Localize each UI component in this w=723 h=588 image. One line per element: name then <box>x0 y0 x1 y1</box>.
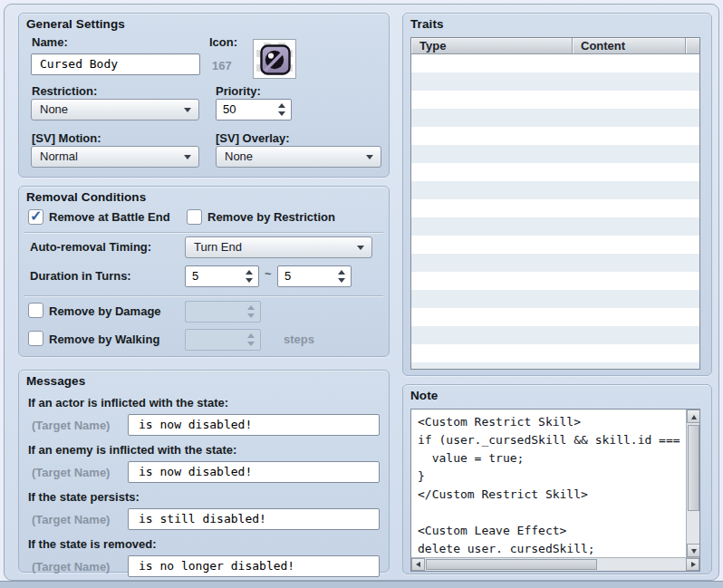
traits-empty-row[interactable] <box>411 127 699 145</box>
duration-min-value: 5 <box>192 269 198 283</box>
target-name-placeholder: (Target Name) <box>32 560 128 574</box>
message-input[interactable]: is still disabled! <box>128 508 380 530</box>
traits-empty-row[interactable] <box>411 145 699 163</box>
remove-at-battle-end-label: Remove at Battle End <box>49 210 170 224</box>
checkmark-icon: ✓ <box>30 207 42 225</box>
sv-motion-dropdown[interactable]: Normal <box>31 146 199 168</box>
message-row: (Target Name) is now disabled! <box>32 461 389 483</box>
traits-empty-row[interactable] <box>411 72 699 91</box>
spinner-buttons[interactable] <box>335 266 348 286</box>
spinner-buttons[interactable] <box>243 266 255 286</box>
chevron-down-icon <box>357 246 364 250</box>
spin-down-icon[interactable] <box>278 111 285 116</box>
traits-empty-row[interactable] <box>411 254 699 272</box>
remove-at-battle-end-checkbox[interactable]: ✓ <box>28 209 43 225</box>
traits-empty-row[interactable] <box>411 109 699 127</box>
message-input[interactable]: is now disabled! <box>128 461 380 483</box>
traits-title: Traits <box>410 17 444 31</box>
priority-spinner[interactable]: 50 <box>216 99 292 120</box>
vertical-scrollbar[interactable] <box>686 410 699 557</box>
auto-removal-timing-dropdown[interactable]: Turn End <box>185 236 372 258</box>
damage-chance-spinner <box>185 301 261 323</box>
messages-title: Messages <box>26 374 85 388</box>
name-input[interactable]: Cursed Body <box>31 53 200 75</box>
spinner-buttons[interactable] <box>275 100 288 120</box>
separator <box>24 232 383 233</box>
spin-up-icon[interactable] <box>278 103 285 108</box>
sv-overlay-label: [SV] Overlay: <box>216 131 290 145</box>
state-icon-button[interactable] <box>253 39 296 79</box>
traits-table[interactable]: Type Content <box>410 37 700 370</box>
horizontal-scroll-thumb[interactable] <box>426 559 597 570</box>
arrow-left-icon <box>416 562 420 567</box>
scroll-left-button[interactable] <box>411 558 425 571</box>
message-input[interactable]: is no longer disabled! <box>128 555 380 577</box>
note-textarea[interactable]: <Custom Restrict Skill> if (user._cursed… <box>410 409 700 572</box>
traits-empty-row[interactable] <box>411 91 699 109</box>
vertical-scroll-thumb[interactable] <box>688 425 699 511</box>
note-title: Note <box>410 389 438 402</box>
remove-by-damage-label: Remove by Damage <box>49 304 161 318</box>
traits-empty-row[interactable] <box>411 217 699 236</box>
message-block: If an enemy is inflicted with the state:… <box>19 443 389 483</box>
note-text[interactable]: <Custom Restrict Skill> if (user._cursed… <box>412 410 685 554</box>
remove-by-restriction-label: Remove by Restriction <box>207 210 335 224</box>
remove-by-damage-checkbox[interactable]: ✓ <box>28 303 43 318</box>
traits-empty-row[interactable] <box>411 326 699 344</box>
traits-empty-row[interactable] <box>411 272 699 290</box>
duration-tilde: ~ <box>265 267 272 281</box>
chevron-down-icon <box>184 108 191 112</box>
restriction-dropdown[interactable]: None <box>31 99 199 120</box>
traits-column-content[interactable]: Content <box>573 38 686 53</box>
scroll-down-button[interactable] <box>687 544 700 557</box>
spin-up-icon <box>247 333 255 338</box>
remove-by-walking-checkbox[interactable]: ✓ <box>28 331 43 346</box>
general-settings-title: General Settings <box>26 17 125 31</box>
message-input[interactable]: is now disabled! <box>128 414 380 436</box>
traits-column-type[interactable]: Type <box>411 38 573 53</box>
traits-empty-row[interactable] <box>411 163 699 181</box>
spin-up-icon[interactable] <box>338 270 345 275</box>
message-block: If the state is removed: (Target Name) i… <box>19 537 389 577</box>
duration-max-spinner[interactable]: 5 <box>277 265 352 287</box>
traits-empty-row[interactable] <box>411 344 699 362</box>
message-caption: If an actor is inflicted with the state: <box>28 396 389 410</box>
chevron-down-icon <box>366 155 373 159</box>
spin-down-icon[interactable] <box>246 278 253 283</box>
remove-by-restriction-checkbox[interactable]: ✓ <box>187 209 202 225</box>
spin-down-icon[interactable] <box>338 278 345 283</box>
traits-empty-row[interactable] <box>411 199 699 217</box>
duration-in-turns-label: Duration in Turns: <box>30 269 131 283</box>
window-bottom-edge <box>0 581 723 588</box>
messages-rows: If an actor is inflicted with the state:… <box>19 389 389 577</box>
message-block: If an actor is inflicted with the state:… <box>19 396 389 436</box>
duration-max-value: 5 <box>284 269 291 283</box>
arrow-down-icon <box>691 549 697 554</box>
message-row: (Target Name) is still disabled! <box>32 508 389 530</box>
arrow-right-icon <box>691 562 696 567</box>
chevron-down-icon <box>184 155 191 159</box>
traits-empty-row[interactable] <box>411 236 699 254</box>
traits-empty-row[interactable] <box>411 362 699 370</box>
target-name-placeholder: (Target Name) <box>32 513 128 526</box>
scroll-right-button[interactable] <box>686 558 699 571</box>
sv-motion-value: Normal <box>40 149 78 163</box>
walking-steps-spinner <box>185 329 261 351</box>
scroll-up-button[interactable] <box>687 410 700 423</box>
message-caption: If the state persists: <box>28 490 389 505</box>
traits-empty-row[interactable] <box>411 308 699 326</box>
spin-up-icon[interactable] <box>246 270 253 275</box>
traits-empty-row[interactable] <box>411 54 699 72</box>
horizontal-scrollbar[interactable] <box>411 557 699 571</box>
traits-empty-row[interactable] <box>411 290 699 308</box>
name-label: Name: <box>32 35 68 49</box>
message-row: (Target Name) is now disabled! <box>32 414 389 436</box>
priority-label: Priority: <box>216 84 261 98</box>
traits-empty-row[interactable] <box>411 181 699 199</box>
messages-group: Messages If an actor is inflicted with t… <box>18 370 390 573</box>
spin-down-icon <box>247 313 255 318</box>
sv-overlay-dropdown[interactable]: None <box>216 146 381 168</box>
duration-min-spinner[interactable]: 5 <box>185 265 259 287</box>
auto-removal-timing-value: Turn End <box>194 240 242 254</box>
priority-value: 50 <box>223 102 236 116</box>
